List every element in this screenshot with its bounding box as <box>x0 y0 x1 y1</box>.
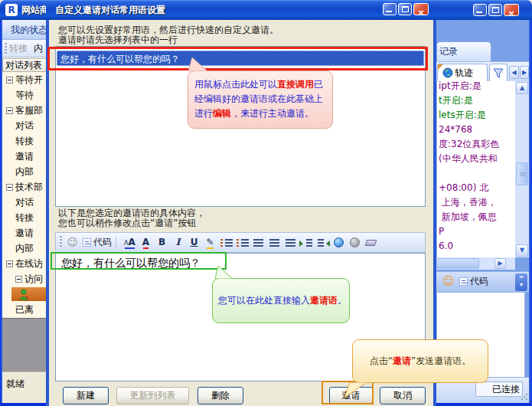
sidebar-toolbar: 转接内 <box>2 40 47 57</box>
underline-button[interactable]: U <box>186 236 202 250</box>
tree-item[interactable]: 访问 <box>2 271 47 286</box>
tree-item-label: 转接 <box>15 212 34 223</box>
dialog-minimize-button[interactable] <box>383 3 397 15</box>
tree-item[interactable]: 客服部 <box>2 103 47 118</box>
dialog-title: 自定义邀请对话常用语设置 <box>55 4 165 17</box>
align-left-button[interactable] <box>250 236 266 250</box>
emoticon-icon[interactable]: ☺ <box>442 274 455 288</box>
tree-item-label: 内部 <box>15 243 34 254</box>
tree-collapse-icon[interactable] <box>6 260 13 267</box>
chat-input-toolbar: ☺ 代码 ≡▾ <box>436 271 529 292</box>
tree-item-label: 对话 <box>15 197 34 208</box>
code-icon <box>83 238 91 247</box>
tree-collapse-icon[interactable] <box>6 107 13 114</box>
tree-item[interactable]: 转接 <box>2 210 47 225</box>
remove-link-button[interactable] <box>347 236 363 250</box>
tree-item-label: 内部 <box>15 166 34 177</box>
tree-item-label: 访问 <box>24 273 43 284</box>
tab-track-label: 轨迹 <box>455 67 473 78</box>
tab-track[interactable]: 轨迹 <box>437 64 488 82</box>
font-color-button[interactable]: A <box>138 236 154 250</box>
code-button[interactable]: 代码 <box>80 236 114 250</box>
update-to-list-button[interactable]: 更新到列表 <box>116 387 189 404</box>
bold-button[interactable]: B <box>154 236 170 250</box>
pink-callout-tail <box>188 57 208 71</box>
tab-record[interactable]: 记录 <box>436 41 491 61</box>
tree-item[interactable]: 在线访 <box>2 256 47 271</box>
unordered-list-button[interactable] <box>234 236 250 250</box>
horizontal-scrollbar[interactable]: ▶ <box>436 257 515 270</box>
tree-item[interactable]: 对话 <box>2 195 47 210</box>
delete-button[interactable]: 删除 <box>197 387 243 404</box>
insert-link-button[interactable] <box>331 236 347 250</box>
scrollbar-thumb[interactable] <box>516 162 528 185</box>
tree-collapse-icon[interactable] <box>6 77 13 83</box>
tree-item[interactable]: 已离 <box>2 302 47 317</box>
resize-grip[interactable] <box>521 393 528 401</box>
tree-item-label: 转接 <box>15 136 34 146</box>
tree-item[interactable]: 内部 <box>2 164 47 179</box>
dialog-maximize-button[interactable] <box>398 3 412 15</box>
emoticon-button[interactable]: ☺ <box>64 236 80 250</box>
connection-status: 已连接 <box>475 381 523 397</box>
eraser-button[interactable] <box>363 236 379 250</box>
tree-item-label: 技术部 <box>15 182 43 192</box>
tree-item-selected[interactable] <box>2 286 47 302</box>
tab-scroll-left-button[interactable]: ◀ <box>509 66 519 79</box>
tree-item-label: 客服部 <box>15 105 43 116</box>
editor-hint-callout: 您可以在此处直接输入邀请语。 <box>212 278 350 323</box>
tree-collapse-icon[interactable] <box>15 276 22 283</box>
indent-button[interactable] <box>299 236 315 250</box>
vertical-scrollbar[interactable]: ▲ ▼ <box>515 81 529 257</box>
tree-item[interactable]: 对话 <box>2 118 47 133</box>
tab-filter[interactable] <box>489 64 508 82</box>
code-button[interactable]: 代码 <box>459 275 488 288</box>
conversation-tree: 等待开等待客服部对话转接邀请内部技术部对话转接邀请内部在线访访问已离 <box>2 72 47 317</box>
tree-item[interactable]: 等待 <box>2 87 47 103</box>
scroll-down-button[interactable]: ▼ <box>516 244 528 257</box>
toolbar-overflow-button[interactable]: ≡▾ <box>515 273 527 291</box>
italic-button[interactable]: I <box>170 236 186 250</box>
visitor-info-line: P <box>439 224 515 239</box>
main-close-button[interactable]: × <box>504 4 519 16</box>
ordered-list-button[interactable] <box>218 236 234 250</box>
tree-item[interactable]: 邀请 <box>2 225 47 241</box>
scroll-right-button[interactable]: ▶ <box>494 258 506 269</box>
scroll-up-button[interactable]: ▲ <box>516 82 528 94</box>
main-maximize-button[interactable] <box>488 4 502 16</box>
tab-scroll-right-button[interactable]: ▶ <box>520 66 529 79</box>
outdent-button[interactable] <box>315 236 331 250</box>
tree-item[interactable]: 技术部 <box>2 179 47 195</box>
my-status-label[interactable]: 我的状态 <box>2 20 47 40</box>
dialog-titlebar: 自定义邀请对话常用语设置 × <box>46 0 436 20</box>
tree-item[interactable]: 邀请 <box>2 149 47 164</box>
new-button[interactable]: 新建 <box>63 387 109 404</box>
tab-corner-marker <box>438 64 443 70</box>
toolbar-drag-handle[interactable] <box>5 43 7 54</box>
font-name-button[interactable]: AA <box>122 236 138 250</box>
visitor-info-line: (中华人民共和 <box>439 152 515 166</box>
align-right-button[interactable] <box>282 236 299 250</box>
internal-button[interactable]: 内 <box>34 43 43 54</box>
annotation-green-rectangle <box>51 252 227 270</box>
transfer-button[interactable]: 转接 <box>9 43 28 54</box>
dialog-close-button[interactable]: × <box>413 3 429 15</box>
tree-collapse-icon[interactable] <box>6 184 13 191</box>
tree-item[interactable]: 转接 <box>2 133 47 149</box>
editor-toolbar: ☺代码AAABIU✎ <box>55 232 426 253</box>
toolbar-drag-handle[interactable] <box>60 236 62 248</box>
right-tabstrip: 轨迹 ◀ ▶ <box>436 61 529 81</box>
visitor-info-line: 24*768 <box>439 123 515 137</box>
tree-item[interactable]: 等待开 <box>2 72 47 87</box>
highlight-button[interactable]: ✎ <box>202 236 218 250</box>
visitor-info-line <box>439 166 515 181</box>
main-minimize-button[interactable] <box>473 4 487 16</box>
tree-item[interactable]: 内部 <box>2 241 47 256</box>
align-center-button[interactable] <box>266 236 282 250</box>
code-button-label: 代码 <box>93 237 112 247</box>
close-icon: × <box>417 8 424 18</box>
tab-record-label: 记录 <box>439 46 458 57</box>
scrollbar-thumb[interactable] <box>436 258 479 269</box>
cancel-button[interactable]: 取消 <box>380 387 426 404</box>
funnel-icon <box>493 68 504 79</box>
